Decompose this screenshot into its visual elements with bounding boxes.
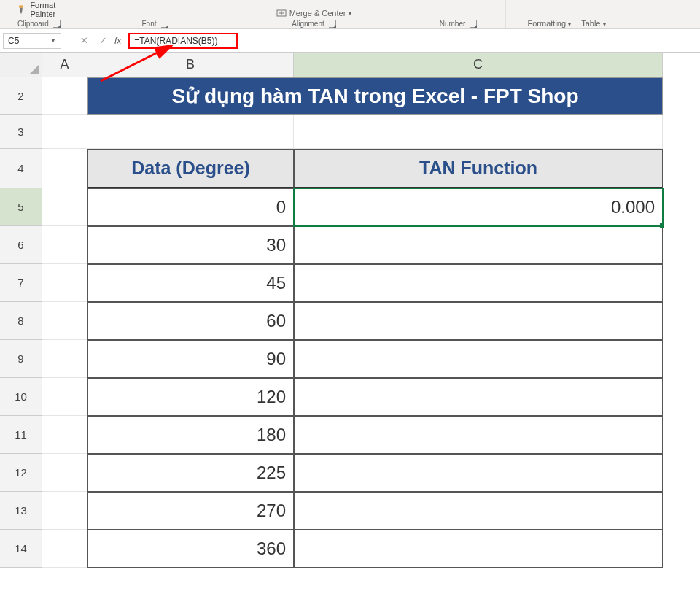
clipboard-group-label: Clipboard [18,20,49,28]
cell-b8[interactable]: 60 [88,302,294,340]
row-header[interactable]: 5 [0,188,42,226]
dialog-launcher-icon[interactable] [329,20,336,28]
formula-input[interactable]: =TAN(RADIANS(B5)) [128,33,238,49]
cell-c13[interactable] [294,492,663,530]
cell[interactable] [42,302,88,340]
cell-c6[interactable] [294,226,663,264]
formula-text: =TAN(RADIANS(B5)) [134,36,217,46]
format-painter-label: Format Painter [30,1,81,18]
cell[interactable] [42,264,88,302]
fx-icon[interactable]: fx [114,36,121,46]
select-all-corner[interactable] [0,53,42,77]
dialog-launcher-icon[interactable] [53,20,61,28]
table-header-c[interactable]: TAN Function [294,149,663,188]
row-header[interactable]: 11 [0,416,42,454]
cell-b6[interactable]: 30 [88,226,294,264]
merge-center-button[interactable]: Merge & Center [289,9,346,18]
name-box-value: C5 [8,36,19,46]
cell[interactable] [42,530,88,568]
row-header[interactable]: 3 [0,115,42,149]
title-banner: Sử dụng hàm TAN trong Excel - FPT Shop [88,77,663,115]
format-as-table-button[interactable]: Table ▾ [581,19,605,28]
cancel-formula-button[interactable]: ✕ [77,34,91,48]
column-header-c[interactable]: C [294,53,663,77]
page-title: Sử dụng hàm TAN trong Excel - FPT Shop [171,84,578,108]
cell-c14[interactable] [294,530,663,568]
cell-b14[interactable]: 360 [88,530,294,568]
divider [69,34,69,48]
name-box[interactable]: C5 ▼ [3,33,61,49]
dialog-launcher-icon[interactable] [161,20,168,28]
table-header-b[interactable]: Data (Degree) [88,149,294,188]
cell-b7[interactable]: 45 [88,264,294,302]
cell[interactable] [42,115,88,149]
row-header[interactable]: 8 [0,302,42,340]
chevron-down-icon[interactable]: ▾ [349,10,351,17]
chevron-down-icon[interactable]: ▼ [50,37,56,44]
column-header-b[interactable]: B [88,53,294,77]
row-header[interactable]: 12 [0,454,42,492]
cell-b13[interactable]: 270 [88,492,294,530]
cell-c12[interactable] [294,454,663,492]
row-header[interactable]: 6 [0,226,42,264]
cell[interactable] [42,226,88,264]
brush-icon [18,4,27,15]
cell-c11[interactable] [294,416,663,454]
alignment-group-label: Alignment [292,20,324,28]
dialog-launcher-icon[interactable] [470,20,477,28]
cell-b12[interactable]: 225 [88,454,294,492]
format-painter-button[interactable]: Format Painter [18,1,81,18]
row-header[interactable]: 10 [0,378,42,416]
row-header[interactable]: 9 [0,340,42,378]
cell-b9[interactable]: 90 [88,340,294,378]
cell[interactable] [42,416,88,454]
cell[interactable] [42,378,88,416]
cell[interactable] [42,77,88,115]
column-header-a[interactable]: A [42,53,88,77]
cell-b5[interactable]: 0 [88,188,294,226]
cell-c10[interactable] [294,378,663,416]
worksheet[interactable]: A B C 2 Sử dụng hàm TAN trong Excel - FP… [0,53,700,568]
row-header[interactable]: 14 [0,530,42,568]
cell-c8[interactable] [294,302,663,340]
cell[interactable] [294,115,663,149]
ribbon: Format Painter Clipboard Font Merge & Ce… [0,0,700,29]
cell-c7[interactable] [294,264,663,302]
number-group-label: Number [440,20,466,28]
row-header[interactable]: 7 [0,264,42,302]
cell[interactable] [88,115,294,149]
formula-bar: C5 ▼ ✕ ✓ fx =TAN(RADIANS(B5)) [0,29,700,53]
cell[interactable] [42,492,88,530]
row-header[interactable]: 4 [0,149,42,188]
cell-c9[interactable] [294,340,663,378]
row-header[interactable]: 13 [0,492,42,530]
row-header[interactable]: 2 [0,77,42,115]
cell[interactable] [42,188,88,226]
cell[interactable] [42,454,88,492]
conditional-formatting-button[interactable]: Formatting ▾ [528,19,572,28]
cell-b11[interactable]: 180 [88,416,294,454]
enter-formula-button[interactable]: ✓ [96,34,110,48]
font-group-label: Font [141,20,156,28]
cell[interactable] [42,149,88,188]
merge-icon [276,8,287,18]
cell-b10[interactable]: 120 [88,378,294,416]
cell[interactable] [42,340,88,378]
cell-c5[interactable]: 0.000 [294,188,663,226]
